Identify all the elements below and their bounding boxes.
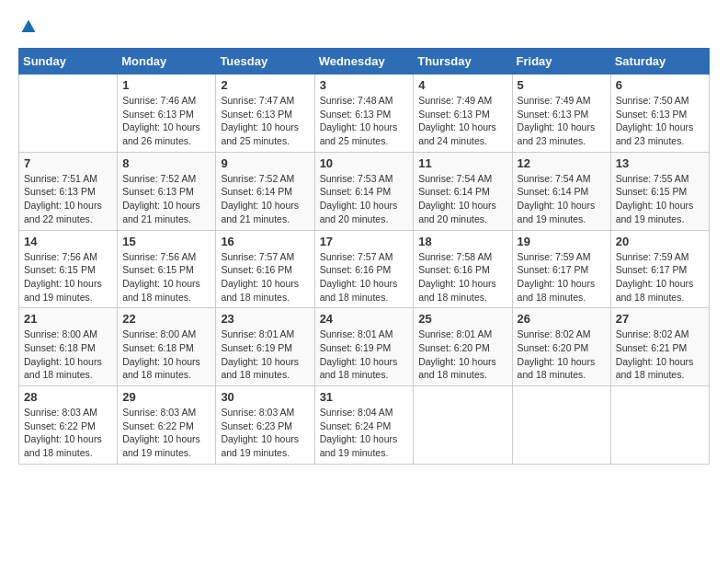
calendar-cell: 24Sunrise: 8:01 AMSunset: 6:19 PMDayligh… (314, 308, 414, 386)
day-number: 25 (418, 312, 506, 326)
calendar-cell: 29Sunrise: 8:03 AMSunset: 6:22 PMDayligh… (118, 386, 216, 465)
day-info: Sunrise: 7:56 AMSunset: 6:15 PMDaylight:… (122, 250, 210, 304)
day-info: Sunrise: 7:49 AMSunset: 6:13 PMDaylight:… (418, 94, 506, 148)
day-number: 14 (24, 235, 112, 248)
calendar-cell (610, 386, 709, 465)
day-info: Sunrise: 7:52 AMSunset: 6:14 PMDaylight:… (221, 172, 309, 226)
day-info: Sunrise: 8:01 AMSunset: 6:19 PMDaylight:… (221, 327, 309, 382)
day-number: 13 (616, 156, 704, 170)
day-number: 21 (24, 312, 112, 326)
day-info: Sunrise: 8:01 AMSunset: 6:20 PMDaylight:… (418, 327, 506, 382)
calendar-cell: 22Sunrise: 8:00 AMSunset: 6:18 PMDayligh… (118, 308, 216, 386)
calendar-week-row: 1Sunrise: 7:46 AMSunset: 6:13 PMDaylight… (19, 75, 710, 153)
header-monday: Monday (118, 49, 216, 75)
calendar-cell (19, 75, 118, 153)
header-friday: Friday (512, 49, 610, 75)
calendar-cell: 8Sunrise: 7:52 AMSunset: 6:13 PMDaylight… (118, 152, 216, 230)
day-info: Sunrise: 7:54 AMSunset: 6:14 PMDaylight:… (418, 172, 506, 226)
day-info: Sunrise: 8:00 AMSunset: 6:18 PMDaylight:… (122, 327, 210, 382)
calendar-week-row: 28Sunrise: 8:03 AMSunset: 6:22 PMDayligh… (19, 386, 710, 465)
day-info: Sunrise: 8:03 AMSunset: 6:23 PMDaylight:… (221, 406, 309, 460)
day-number: 19 (518, 235, 606, 248)
logo-icon (20, 18, 37, 35)
day-number: 3 (320, 78, 409, 92)
calendar-week-row: 7Sunrise: 7:51 AMSunset: 6:13 PMDaylight… (19, 152, 710, 230)
day-number: 12 (518, 156, 606, 170)
calendar-cell: 14Sunrise: 7:56 AMSunset: 6:15 PMDayligh… (19, 230, 118, 308)
day-number: 15 (122, 235, 210, 248)
day-info: Sunrise: 7:53 AMSunset: 6:14 PMDaylight:… (320, 172, 409, 226)
calendar-cell: 21Sunrise: 8:00 AMSunset: 6:18 PMDayligh… (19, 308, 118, 386)
calendar-cell: 31Sunrise: 8:04 AMSunset: 6:24 PMDayligh… (314, 386, 414, 465)
day-number: 16 (221, 235, 309, 248)
calendar-cell: 11Sunrise: 7:54 AMSunset: 6:14 PMDayligh… (414, 152, 512, 230)
day-number: 7 (24, 156, 112, 170)
day-number: 8 (122, 156, 210, 170)
day-info: Sunrise: 7:55 AMSunset: 6:15 PMDaylight:… (616, 172, 704, 226)
header-thursday: Thursday (414, 49, 512, 75)
header-tuesday: Tuesday (216, 49, 314, 75)
day-number: 30 (221, 390, 309, 404)
calendar-cell: 1Sunrise: 7:46 AMSunset: 6:13 PMDaylight… (118, 75, 216, 153)
day-number: 11 (418, 156, 506, 170)
day-number: 1 (122, 78, 210, 92)
calendar-cell: 18Sunrise: 7:58 AMSunset: 6:16 PMDayligh… (414, 230, 512, 308)
calendar-cell: 26Sunrise: 8:02 AMSunset: 6:20 PMDayligh… (512, 308, 610, 386)
day-info: Sunrise: 7:54 AMSunset: 6:14 PMDaylight:… (518, 172, 606, 226)
day-number: 4 (418, 78, 506, 92)
day-info: Sunrise: 7:59 AMSunset: 6:17 PMDaylight:… (518, 250, 606, 304)
calendar-cell: 9Sunrise: 7:52 AMSunset: 6:14 PMDaylight… (216, 152, 314, 230)
day-number: 29 (122, 390, 210, 404)
day-info: Sunrise: 8:03 AMSunset: 6:22 PMDaylight:… (24, 406, 112, 460)
calendar-cell: 2Sunrise: 7:47 AMSunset: 6:13 PMDaylight… (216, 75, 314, 153)
day-number: 26 (518, 312, 606, 326)
header-wednesday: Wednesday (314, 49, 414, 75)
calendar-cell: 3Sunrise: 7:48 AMSunset: 6:13 PMDaylight… (314, 75, 414, 153)
day-info: Sunrise: 7:48 AMSunset: 6:13 PMDaylight:… (320, 94, 409, 148)
day-info: Sunrise: 8:02 AMSunset: 6:21 PMDaylight:… (616, 327, 704, 382)
day-info: Sunrise: 8:01 AMSunset: 6:19 PMDaylight:… (320, 327, 409, 382)
day-number: 24 (320, 312, 409, 326)
day-number: 5 (518, 78, 606, 92)
day-number: 31 (320, 390, 409, 404)
day-number: 9 (221, 156, 309, 170)
day-number: 28 (24, 390, 112, 404)
calendar-cell (414, 386, 512, 465)
calendar-cell: 30Sunrise: 8:03 AMSunset: 6:23 PMDayligh… (216, 386, 314, 465)
day-number: 27 (616, 312, 704, 326)
day-info: Sunrise: 8:04 AMSunset: 6:24 PMDaylight:… (320, 406, 409, 460)
day-info: Sunrise: 7:49 AMSunset: 6:13 PMDaylight:… (518, 94, 606, 148)
day-info: Sunrise: 8:02 AMSunset: 6:20 PMDaylight:… (518, 327, 606, 382)
day-info: Sunrise: 7:59 AMSunset: 6:17 PMDaylight:… (616, 250, 704, 304)
calendar-cell: 12Sunrise: 7:54 AMSunset: 6:14 PMDayligh… (512, 152, 610, 230)
day-info: Sunrise: 7:52 AMSunset: 6:13 PMDaylight:… (122, 172, 210, 226)
calendar-header-row: SundayMondayTuesdayWednesdayThursdayFrid… (19, 49, 710, 75)
day-info: Sunrise: 7:50 AMSunset: 6:13 PMDaylight:… (616, 94, 704, 148)
day-info: Sunrise: 7:46 AMSunset: 6:13 PMDaylight:… (122, 94, 210, 148)
calendar-week-row: 14Sunrise: 7:56 AMSunset: 6:15 PMDayligh… (19, 230, 710, 308)
day-info: Sunrise: 7:57 AMSunset: 6:16 PMDaylight:… (320, 250, 409, 304)
header (18, 18, 710, 39)
day-info: Sunrise: 7:57 AMSunset: 6:16 PMDaylight:… (221, 250, 309, 304)
day-number: 2 (221, 78, 309, 92)
header-saturday: Saturday (610, 49, 709, 75)
logo (18, 18, 37, 39)
day-info: Sunrise: 7:56 AMSunset: 6:15 PMDaylight:… (24, 250, 112, 304)
calendar-cell: 13Sunrise: 7:55 AMSunset: 6:15 PMDayligh… (610, 152, 709, 230)
calendar-cell: 4Sunrise: 7:49 AMSunset: 6:13 PMDaylight… (414, 75, 512, 153)
calendar-cell: 6Sunrise: 7:50 AMSunset: 6:13 PMDaylight… (610, 75, 709, 153)
calendar-cell: 28Sunrise: 8:03 AMSunset: 6:22 PMDayligh… (19, 386, 118, 465)
day-info: Sunrise: 7:58 AMSunset: 6:16 PMDaylight:… (418, 250, 506, 304)
calendar-cell: 19Sunrise: 7:59 AMSunset: 6:17 PMDayligh… (512, 230, 610, 308)
calendar-cell: 20Sunrise: 7:59 AMSunset: 6:17 PMDayligh… (610, 230, 709, 308)
day-number: 20 (616, 235, 704, 248)
day-number: 17 (320, 235, 409, 248)
day-number: 6 (616, 78, 704, 92)
calendar-cell: 15Sunrise: 7:56 AMSunset: 6:15 PMDayligh… (118, 230, 216, 308)
calendar-cell: 10Sunrise: 7:53 AMSunset: 6:14 PMDayligh… (314, 152, 414, 230)
calendar-cell: 5Sunrise: 7:49 AMSunset: 6:13 PMDaylight… (512, 75, 610, 153)
day-info: Sunrise: 8:03 AMSunset: 6:22 PMDaylight:… (122, 406, 210, 460)
calendar-cell: 7Sunrise: 7:51 AMSunset: 6:13 PMDaylight… (19, 152, 118, 230)
day-number: 18 (418, 235, 506, 248)
calendar-cell: 16Sunrise: 7:57 AMSunset: 6:16 PMDayligh… (216, 230, 314, 308)
